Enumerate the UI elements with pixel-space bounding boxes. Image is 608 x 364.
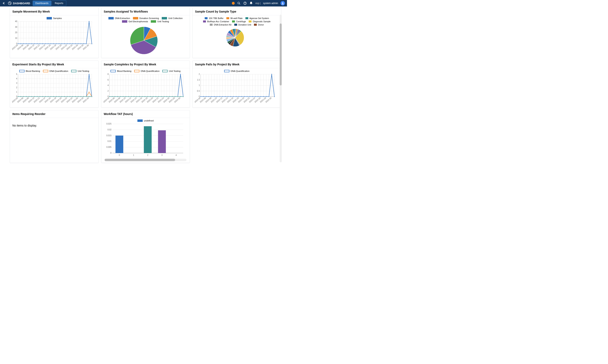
svg-point-365 [183,96,184,97]
card-reorder: Items Requiring Reorder No items to disp… [10,110,99,163]
dashboard-icon [8,1,12,5]
legend-item[interactable]: DNA Quantification [224,70,249,72]
legend-item[interactable]: Samples [47,17,62,19]
search-icon[interactable] [237,1,241,5]
svg-point-350 [142,96,143,97]
svg-point-363 [177,96,178,97]
svg-point-339 [112,96,113,97]
svg-point-355 [155,96,156,97]
svg-point-342 [120,96,121,97]
card-title: Sample Movement By Week [10,8,98,15]
svg-point-438 [249,96,250,97]
legend-item[interactable]: Donation Unit [234,24,251,26]
card-title: Experiment Starts By Project By Week [10,61,98,68]
svg-point-221 [75,96,76,97]
svg-point-208 [39,96,40,97]
card-tat: Workflow TAT (hours) undefined 00.0050.0… [101,110,190,163]
svg-point-1 [238,2,240,4]
svg-point-437 [247,96,248,97]
status-dot[interactable] [232,2,235,5]
svg-point-219 [69,96,70,97]
svg-point-203 [26,96,27,97]
card-completes: Sample Completes by Project By Week Bloo… [101,61,190,108]
chart-fails: 00.511.522024.042024.062024.082024.10202… [194,73,276,105]
svg-point-308 [180,74,181,75]
svg-point-75 [59,43,60,44]
legend-item[interactable]: undefined [138,119,154,122]
legend-item[interactable]: 96-well Plate [226,17,243,19]
svg-point-200 [18,96,19,97]
tab-dashboards[interactable]: Dashboards [33,0,52,6]
svg-point-222 [78,96,79,97]
svg-point-227 [91,96,92,97]
scrollbar-horizontal[interactable] [105,159,187,161]
chart-completes: 024682024.042024.062024.082024.102024.12… [103,73,184,105]
svg-point-225 [86,96,87,97]
svg-text:1: 1 [199,84,200,86]
svg-point-79 [69,43,70,44]
svg-text:5: 5 [16,73,17,75]
svg-point-362 [175,96,176,97]
bell-icon[interactable] [249,1,253,5]
svg-text:2024.30: 2024.30 [82,44,89,51]
svg-point-421 [203,96,204,97]
svg-point-338 [109,96,110,97]
legend-item[interactable]: 10X TBE Buffer [205,17,223,19]
svg-point-224 [83,96,84,97]
user-name[interactable]: system admin [263,2,278,5]
legend-item[interactable]: DNA Quantification [43,70,68,72]
avatar[interactable] [280,1,285,5]
svg-point-86 [89,21,90,22]
svg-point-434 [238,96,240,97]
empty-message: No items to display. [10,118,98,133]
svg-point-5 [282,2,283,3]
card-title: Workflow TAT (hours) [101,110,190,118]
svg-line-2 [239,4,240,4]
svg-point-364 [180,96,181,97]
top-bar: DASHBOARD Dashboards Reports esp | syste… [0,0,287,6]
legend-item[interactable]: Unit Testing [71,70,89,72]
svg-point-207 [37,96,38,97]
svg-point-210 [45,96,46,97]
legend-item[interactable]: Agarose Gel System [245,17,269,19]
back-button[interactable] [2,1,6,5]
tab-reports[interactable]: Reports [52,0,66,6]
main-content: Sample Movement By Week Samples 01020304… [8,6,283,164]
svg-rect-465 [144,126,152,153]
help-icon[interactable] [243,1,247,5]
svg-point-359 [166,96,167,97]
svg-point-69 [42,43,43,44]
svg-point-341 [117,96,118,97]
svg-point-422 [206,96,207,97]
legend-item[interactable]: DNA Quantification [134,70,160,72]
legend-item[interactable]: Unit Testing [151,20,169,23]
app-label: esp | [255,2,261,5]
svg-text:10: 10 [15,37,17,39]
legend-item[interactable]: Blood Banking [111,70,131,72]
svg-text:2: 2 [199,73,200,75]
legend-item[interactable]: Gel Electrophoresis [122,20,148,23]
card-sample-type: Sample Count by Sample Type 10X TBE Buff… [192,8,281,58]
legend-item[interactable]: Unit Collection [162,17,183,19]
svg-point-361 [172,96,173,97]
legend-item[interactable]: Unit Testing [162,70,180,72]
svg-point-220 [72,96,73,97]
legend-item[interactable]: DNA Extraction Kit [210,24,231,26]
svg-text:1.5: 1.5 [197,79,200,81]
svg-point-346 [131,96,132,97]
svg-point-360 [169,96,170,97]
legend-item[interactable]: DNA Extraction [109,17,130,19]
scrollbar-vertical[interactable] [280,14,282,162]
svg-point-436 [244,96,245,97]
legend-item[interactable]: Diagnostic Sample [249,20,271,23]
legend-item[interactable]: Blood Banking [19,70,40,72]
svg-point-71 [48,43,49,44]
svg-text:4: 4 [176,154,177,156]
svg-point-352 [147,96,148,97]
legend-item[interactable]: Donation Screening [133,17,159,19]
legend-item[interactable]: Centrifuge [232,20,246,23]
svg-point-445 [269,96,270,97]
legend-item[interactable]: BioRepo Acc Container [203,20,229,23]
svg-point-81 [75,43,76,44]
legend-item[interactable]: Donor [254,24,264,26]
